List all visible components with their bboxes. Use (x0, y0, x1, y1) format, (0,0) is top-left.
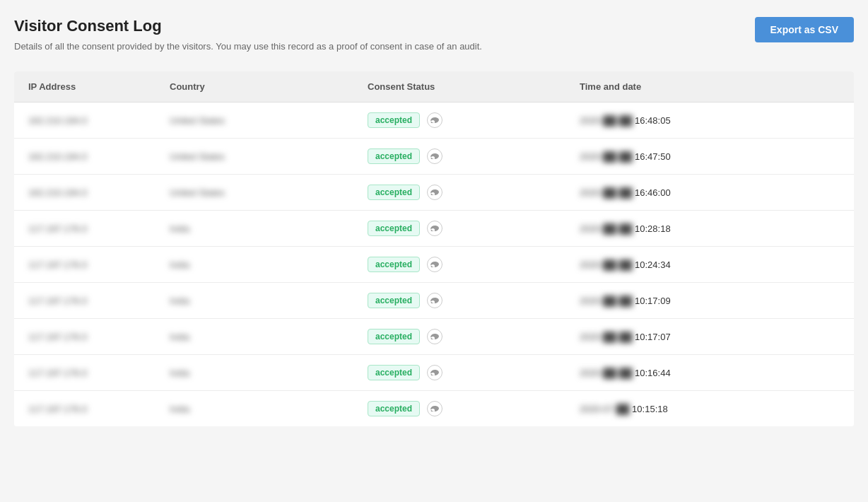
time-value: 10:28:18 (635, 223, 671, 234)
status-badge: accepted (368, 257, 420, 272)
country-value: United States (170, 115, 225, 126)
time-cell: 2020-██-██ 10:16:44 (580, 368, 840, 378)
status-cell: accepted (368, 221, 580, 236)
status-badge: accepted (368, 185, 420, 200)
ip-value: 117.197.176.0 (28, 296, 87, 306)
country-value: India (170, 296, 189, 306)
country-cell: India (170, 332, 368, 342)
table-row: 117.197.176.0 India accepted 2020-██-██ … (14, 211, 854, 247)
table-row: 117.197.176.0 India accepted 2020-██-██ … (14, 247, 854, 283)
time-value: 10:24:34 (635, 259, 671, 270)
col-header-ip: IP Address (28, 81, 170, 92)
time-cell: 2020-07-██ 10:15:18 (580, 404, 840, 414)
country-value: United States (170, 151, 225, 162)
country-cell: United States (170, 115, 368, 126)
ip-value: 117.197.176.0 (28, 368, 87, 378)
time-value: 16:47:50 (635, 151, 671, 162)
time-value: 10:16:44 (635, 368, 671, 378)
time-value: 10:17:09 (635, 296, 671, 306)
time-cell: 2020-██-██ 16:48:05 (580, 115, 840, 126)
ip-cell: 117.197.176.0 (28, 368, 170, 378)
ip-value: 162.210.194.0 (28, 115, 87, 126)
date-value: 2020-██-██ (580, 259, 632, 270)
status-badge: accepted (368, 365, 420, 380)
country-cell: India (170, 404, 368, 414)
table-row: 117.197.176.0 India accepted 2020-07-██ … (14, 391, 854, 426)
export-csv-button[interactable]: Export as CSV (755, 17, 854, 42)
country-cell: India (170, 259, 368, 270)
view-icon[interactable] (427, 148, 442, 164)
ip-cell: 117.197.176.0 (28, 259, 170, 270)
status-cell: accepted (368, 365, 580, 380)
view-icon[interactable] (427, 365, 442, 380)
date-value: 2020-██-██ (580, 115, 632, 126)
table-row: 162.210.194.0 United States accepted 202… (14, 103, 854, 139)
ip-value: 162.210.194.0 (28, 151, 87, 162)
view-icon[interactable] (427, 401, 442, 416)
table-row: 117.197.176.0 India accepted 2020-██-██ … (14, 283, 854, 319)
time-cell: 2020-██-██ 10:24:34 (580, 259, 840, 270)
view-icon[interactable] (427, 221, 442, 236)
ip-cell: 117.197.176.0 (28, 223, 170, 234)
ip-cell: 162.210.194.0 (28, 187, 170, 198)
status-cell: accepted (368, 185, 580, 200)
time-cell: 2020-██-██ 10:17:07 (580, 332, 840, 342)
time-value: 16:48:05 (635, 115, 671, 126)
country-value: India (170, 332, 189, 342)
status-badge: accepted (368, 148, 420, 164)
country-cell: United States (170, 151, 368, 162)
date-value: 2020-██-██ (580, 368, 632, 378)
ip-cell: 117.197.176.0 (28, 404, 170, 414)
ip-cell: 162.210.194.0 (28, 115, 170, 126)
ip-cell: 162.210.194.0 (28, 151, 170, 162)
view-icon[interactable] (427, 329, 442, 344)
status-cell: accepted (368, 401, 580, 416)
title-section: Visitor Consent Log Details of all the c… (14, 17, 482, 52)
status-cell: accepted (368, 257, 580, 272)
view-icon[interactable] (427, 293, 442, 308)
table-header: IP Address Country Consent Status Time a… (14, 71, 854, 103)
view-icon[interactable] (427, 257, 442, 272)
ip-value: 162.210.194.0 (28, 187, 87, 198)
time-cell: 2020-██-██ 16:47:50 (580, 151, 840, 162)
col-header-status: Consent Status (368, 81, 580, 92)
country-value: India (170, 404, 189, 414)
view-icon[interactable] (427, 185, 442, 200)
time-value: 10:15:18 (632, 404, 668, 414)
country-value: India (170, 368, 189, 378)
page-container: Visitor Consent Log Details of all the c… (0, 0, 868, 443)
country-value: India (170, 223, 189, 234)
status-cell: accepted (368, 148, 580, 164)
date-value: 2020-██-██ (580, 151, 632, 162)
date-value: 2020-07-██ (580, 404, 629, 414)
header-row: Visitor Consent Log Details of all the c… (14, 17, 854, 52)
date-value: 2020-██-██ (580, 296, 632, 306)
view-icon[interactable] (427, 112, 442, 128)
ip-value: 117.197.176.0 (28, 223, 87, 234)
status-badge: accepted (368, 329, 420, 344)
ip-value: 117.197.176.0 (28, 259, 87, 270)
date-value: 2020-██-██ (580, 332, 632, 342)
ip-cell: 117.197.176.0 (28, 296, 170, 306)
ip-cell: 117.197.176.0 (28, 332, 170, 342)
table-row: 117.197.176.0 India accepted 2020-██-██ … (14, 319, 854, 355)
ip-value: 117.197.176.0 (28, 332, 87, 342)
col-header-country: Country (170, 81, 368, 92)
table-row: 162.210.194.0 United States accepted 202… (14, 175, 854, 211)
status-badge: accepted (368, 112, 420, 128)
consent-log-table: IP Address Country Consent Status Time a… (14, 71, 854, 426)
status-badge: accepted (368, 221, 420, 236)
table-row: 162.210.194.0 United States accepted 202… (14, 139, 854, 175)
table-body: 162.210.194.0 United States accepted 202… (14, 103, 854, 426)
country-cell: United States (170, 187, 368, 198)
date-value: 2020-██-██ (580, 187, 632, 198)
time-cell: 2020-██-██ 16:46:00 (580, 187, 840, 198)
page-subtitle: Details of all the consent provided by t… (14, 41, 482, 52)
country-value: India (170, 259, 189, 270)
date-value: 2020-██-██ (580, 223, 632, 234)
time-cell: 2020-██-██ 10:28:18 (580, 223, 840, 234)
status-cell: accepted (368, 112, 580, 128)
status-badge: accepted (368, 293, 420, 308)
page-title: Visitor Consent Log (14, 17, 482, 35)
table-row: 117.197.176.0 India accepted 2020-██-██ … (14, 355, 854, 391)
